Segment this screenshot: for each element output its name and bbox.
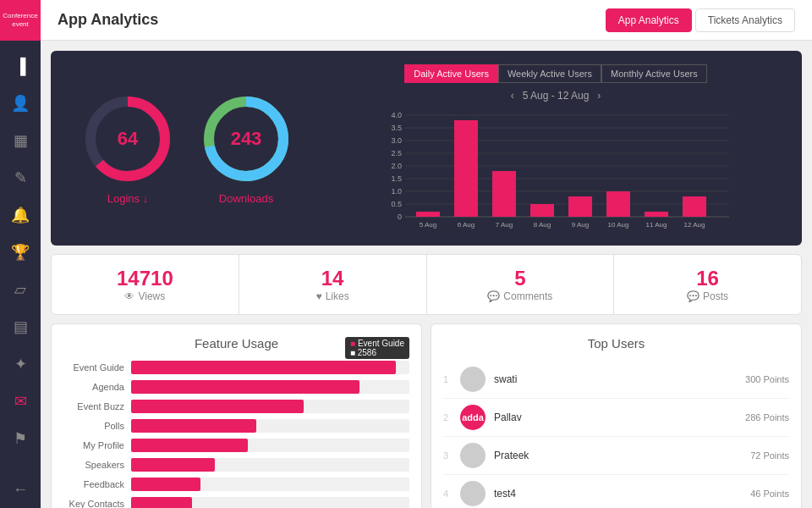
- stat-likes: 14 ♥ Likes: [239, 255, 427, 314]
- svg-rect-30: [568, 196, 592, 217]
- feature-bar: [131, 478, 200, 491]
- header: App Analytics App Analytics Tickets Anal…: [41, 0, 812, 41]
- main-content: App Analytics App Analytics Tickets Anal…: [41, 0, 812, 508]
- content-area: 64 Logins ↓ 243 Downloads: [41, 41, 812, 508]
- user-name: test4: [494, 488, 750, 500]
- feature-name: Polls: [63, 421, 131, 431]
- user-row: 3 Prateek 72 Points: [443, 437, 789, 475]
- sidebar-item-users[interactable]: 👤: [0, 85, 41, 122]
- svg-text:4.0: 4.0: [391, 111, 402, 119]
- svg-text:10 Aug: 10 Aug: [608, 221, 629, 229]
- feature-name: Speakers: [63, 460, 131, 470]
- views-value: 14710: [65, 267, 225, 290]
- sidebar-item-mail[interactable]: ✉: [0, 383, 41, 420]
- svg-rect-22: [416, 212, 440, 217]
- feature-name: Feedback: [63, 479, 131, 489]
- header-buttons: App Analytics Tickets Analytics: [606, 8, 795, 32]
- user-rank: 4: [443, 489, 460, 499]
- user-name: Prateek: [494, 450, 750, 461]
- feature-bar-wrap: ■Event Guide■ 2586: [131, 361, 409, 374]
- feature-bar-wrap: [131, 497, 409, 508]
- daily-tab[interactable]: Daily Active Users: [404, 64, 498, 83]
- feature-name: Event Guide: [63, 362, 131, 373]
- user-points: 72 Points: [750, 450, 789, 461]
- post-icon: 💬: [687, 290, 700, 302]
- svg-text:9 Aug: 9 Aug: [572, 221, 589, 229]
- avatar: adda: [460, 405, 486, 430]
- feature-name: Agenda: [63, 382, 131, 392]
- tickets-analytics-button[interactable]: Tickets Analytics: [695, 8, 795, 32]
- monthly-tab[interactable]: Monthly Active Users: [601, 64, 707, 83]
- downloads-label: Downloads: [219, 192, 273, 205]
- svg-text:0: 0: [398, 213, 402, 221]
- svg-text:11 Aug: 11 Aug: [646, 221, 667, 229]
- sidebar-item-flag[interactable]: ⚑: [0, 420, 41, 457]
- analytics-card: 64 Logins ↓ 243 Downloads: [51, 51, 802, 246]
- user-row: 4 test4 46 Points: [443, 475, 789, 508]
- sidebar-item-trophy[interactable]: 🏆: [0, 234, 41, 271]
- user-rank: 2: [443, 412, 460, 422]
- date-range: 5 Aug - 12 Aug: [523, 90, 590, 102]
- logins-donut: 64 Logins ↓: [81, 92, 174, 205]
- svg-text:1.0: 1.0: [391, 187, 402, 196]
- views-label: 👁 Views: [65, 290, 225, 302]
- sidebar-item-bell[interactable]: 🔔: [0, 196, 41, 234]
- sidebar-item-table[interactable]: ▤: [0, 308, 41, 345]
- svg-text:12 Aug: 12 Aug: [684, 221, 705, 229]
- logo-text: Conferenceevent: [3, 12, 37, 28]
- user-name: Pallav: [494, 411, 745, 423]
- date-navigation: ‹ 5 Aug - 12 Aug ›: [511, 90, 601, 102]
- avatar: [460, 443, 486, 468]
- user-name: swati: [494, 373, 745, 385]
- avatar: [460, 481, 486, 506]
- sidebar-item-edit[interactable]: ✎: [0, 159, 41, 196]
- comments-value: 5: [441, 267, 601, 290]
- feature-bar: [131, 380, 359, 394]
- feature-row: Agenda: [63, 380, 409, 394]
- stat-posts: 16 💬 Posts: [614, 255, 801, 314]
- svg-text:0.5: 0.5: [391, 200, 402, 208]
- sidebar-item-back[interactable]: ←: [0, 471, 41, 508]
- sidebar-item-ticket[interactable]: ▱: [0, 271, 41, 308]
- top-users-title: Top Users: [443, 336, 789, 351]
- user-row: 1 swati 300 Points: [443, 361, 789, 399]
- donut-charts-section: 64 Logins ↓ 243 Downloads: [64, 64, 310, 232]
- eye-icon: 👁: [124, 290, 134, 302]
- svg-rect-32: [606, 191, 630, 217]
- svg-text:7 Aug: 7 Aug: [496, 221, 513, 229]
- sidebar-item-grid[interactable]: ✦: [0, 345, 41, 383]
- stat-comments: 5 💬 Comments: [427, 255, 615, 314]
- sidebar-item-calendar[interactable]: ▦: [0, 122, 41, 159]
- svg-text:1.5: 1.5: [391, 174, 402, 183]
- svg-text:5 Aug: 5 Aug: [420, 221, 436, 229]
- logo[interactable]: Conferenceevent: [0, 0, 41, 41]
- posts-label: 💬 Posts: [628, 290, 787, 302]
- logins-value: 64: [118, 128, 138, 150]
- feature-bar: [131, 400, 304, 413]
- bottom-row: Feature Usage Event Guide ■Event Guide■ …: [51, 323, 802, 508]
- feature-bar-wrap: [131, 380, 409, 394]
- user-rank: 3: [443, 450, 460, 461]
- svg-rect-24: [454, 120, 478, 217]
- prev-date-button[interactable]: ‹: [511, 90, 514, 102]
- likes-value: 14: [253, 267, 413, 290]
- feature-bar-wrap: [131, 419, 409, 433]
- app-analytics-button[interactable]: App Analytics: [606, 8, 692, 32]
- feature-bar: [131, 361, 396, 374]
- logins-label: Logins ↓: [107, 192, 148, 205]
- user-points: 300 Points: [745, 374, 789, 384]
- feature-bar-wrap: [131, 400, 409, 413]
- bar-chart-svg: 4.0 3.5 3.0 2.5 2.0 1.5 1.0 0.5 0: [323, 105, 788, 232]
- comments-label: 💬 Comments: [441, 290, 601, 302]
- next-date-button[interactable]: ›: [597, 90, 601, 102]
- logins-donut-wrapper: 64: [81, 92, 174, 185]
- svg-rect-28: [530, 204, 554, 217]
- svg-text:3.5: 3.5: [391, 124, 402, 132]
- sidebar-item-chart[interactable]: ▐: [0, 47, 41, 85]
- feature-bar: [131, 458, 215, 472]
- feature-row: Speakers: [63, 458, 409, 472]
- weekly-tab[interactable]: Weekly Active Users: [498, 64, 601, 83]
- active-users-tabs: Daily Active Users Weekly Active Users M…: [404, 64, 706, 83]
- feature-tooltip: ■Event Guide■ 2586: [345, 337, 409, 359]
- feature-row: My Profile: [63, 439, 409, 452]
